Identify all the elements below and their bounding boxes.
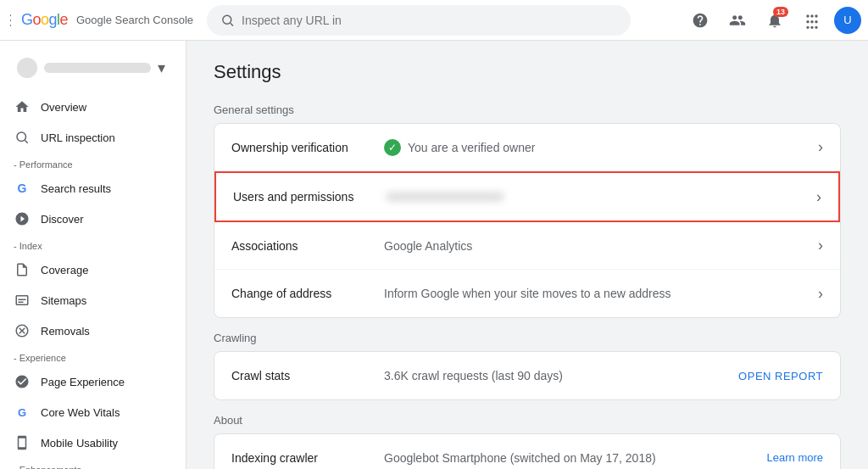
verified-icon: ✓ bbox=[384, 139, 401, 156]
google-logo: Google bbox=[21, 11, 68, 29]
users-permissions-value bbox=[386, 192, 810, 202]
blurred-value bbox=[386, 192, 504, 202]
app-title: Google Search Console bbox=[76, 14, 193, 26]
sidebar-label-sitemaps: Sitemaps bbox=[41, 294, 86, 307]
sidebar: ▾ Overview URL inspection - Performance … bbox=[0, 41, 186, 469]
top-navigation: Google Google Search Console 13 U bbox=[0, 0, 868, 41]
change-of-address-title: Change of address bbox=[231, 287, 384, 300]
mobile-icon bbox=[14, 434, 31, 451]
main-content: Settings General settings Ownership veri… bbox=[186, 41, 868, 469]
sidebar-item-discover[interactable]: Discover bbox=[0, 204, 179, 234]
removals-icon bbox=[14, 322, 31, 339]
sidebar-item-core-web-vitals[interactable]: G Core Web Vitals bbox=[0, 397, 179, 427]
sidebar-label-removals: Removals bbox=[41, 325, 90, 338]
main-layout: ▾ Overview URL inspection - Performance … bbox=[0, 0, 868, 469]
indexing-crawler-value: Googlebot Smartphone (switched on May 17… bbox=[384, 451, 767, 465]
sidebar-item-search-results[interactable]: G Search results bbox=[0, 173, 179, 204]
page-experience-icon bbox=[14, 373, 31, 390]
learn-more-link[interactable]: Learn more bbox=[767, 451, 823, 464]
home-icon bbox=[14, 98, 31, 115]
sidebar-label-url-inspection: URL inspection bbox=[41, 131, 115, 144]
google-g-icon: G bbox=[14, 180, 31, 197]
notification-badge: 13 bbox=[773, 7, 788, 17]
sidebar-section-experience: - Experience bbox=[0, 346, 186, 366]
change-of-address-row[interactable]: Change of address Inform Google when you… bbox=[214, 270, 840, 317]
about-label: About bbox=[214, 414, 841, 427]
grid-apps-button[interactable] bbox=[797, 5, 827, 36]
users-permissions-row[interactable]: Users and permissions › bbox=[216, 173, 838, 221]
chevron-right-icon: › bbox=[818, 138, 823, 156]
sidebar-item-coverage[interactable]: Coverage bbox=[0, 254, 179, 285]
search-icon bbox=[220, 13, 235, 28]
search-input[interactable] bbox=[242, 14, 617, 27]
indexing-crawler-row[interactable]: Indexing crawler Googlebot Smartphone (s… bbox=[214, 434, 840, 469]
indexing-crawler-title: Indexing crawler bbox=[231, 451, 384, 465]
sidebar-label-core-web-vitals: Core Web Vitals bbox=[41, 406, 120, 419]
property-selector[interactable]: ▾ bbox=[7, 51, 179, 85]
sidebar-section-index: - Index bbox=[0, 234, 186, 254]
help-button[interactable] bbox=[685, 5, 715, 36]
crawl-stats-value: 3.6K crawl requests (last 90 days) bbox=[384, 369, 738, 382]
ownership-verification-title: Ownership verification bbox=[231, 141, 384, 154]
chevron-down-icon: ▾ bbox=[158, 59, 165, 77]
svg-line-3 bbox=[25, 140, 27, 142]
sitemaps-icon bbox=[14, 292, 31, 309]
core-web-vitals-icon: G bbox=[14, 404, 31, 421]
page-title: Settings bbox=[214, 61, 841, 83]
about-card: Indexing crawler Googlebot Smartphone (s… bbox=[214, 433, 841, 469]
discover-icon bbox=[14, 210, 31, 227]
sidebar-item-mobile-usability[interactable]: Mobile Usability bbox=[0, 427, 179, 458]
associations-row[interactable]: Associations Google Analytics › bbox=[214, 222, 840, 270]
user-avatar[interactable]: U bbox=[834, 7, 861, 34]
sidebar-label-search-results: Search results bbox=[41, 182, 111, 195]
coverage-icon bbox=[14, 261, 31, 278]
topnav-left: Google Google Search Console bbox=[7, 10, 193, 31]
chevron-right-icon-2: › bbox=[816, 188, 821, 206]
svg-point-2 bbox=[17, 132, 26, 142]
sidebar-label-mobile-usability: Mobile Usability bbox=[41, 437, 118, 449]
sidebar-item-url-inspection[interactable]: URL inspection bbox=[0, 122, 179, 153]
svg-line-1 bbox=[231, 23, 233, 25]
property-name bbox=[44, 63, 151, 73]
hamburger-menu-button[interactable] bbox=[7, 10, 14, 31]
associations-value: Google Analytics bbox=[384, 239, 811, 253]
ownership-verification-row[interactable]: Ownership verification ✓ You are a verif… bbox=[214, 124, 840, 171]
people-icon-button[interactable] bbox=[722, 5, 753, 36]
sidebar-section-performance: - Performance bbox=[0, 153, 186, 173]
sidebar-item-overview[interactable]: Overview bbox=[0, 92, 179, 122]
crawling-label: Crawling bbox=[214, 332, 841, 344]
crawl-stats-title: Crawl stats bbox=[231, 369, 384, 382]
change-of-address-value: Inform Google when your site moves to a … bbox=[384, 287, 811, 300]
sidebar-label-page-experience: Page Experience bbox=[41, 376, 125, 388]
chevron-right-icon-4: › bbox=[818, 285, 823, 303]
sidebar-label-overview: Overview bbox=[41, 101, 86, 114]
crawl-stats-row[interactable]: Crawl stats 3.6K crawl requests (last 90… bbox=[214, 352, 840, 399]
sidebar-label-coverage: Coverage bbox=[41, 264, 88, 276]
crawling-card: Crawl stats 3.6K crawl requests (last 90… bbox=[214, 351, 841, 400]
users-permissions-highlighted: Users and permissions › bbox=[214, 171, 840, 222]
chevron-right-icon-3: › bbox=[818, 237, 823, 254]
open-report-button[interactable]: OPEN REPORT bbox=[738, 370, 823, 382]
notifications-button[interactable]: 13 bbox=[760, 5, 790, 36]
topnav-right: 13 U bbox=[685, 5, 861, 36]
users-permissions-title: Users and permissions bbox=[233, 190, 386, 204]
search-icon bbox=[14, 129, 31, 146]
property-icon bbox=[17, 58, 37, 78]
search-bar[interactable] bbox=[207, 5, 631, 36]
sidebar-section-enhancements: - Enhancements bbox=[0, 458, 186, 469]
svg-point-0 bbox=[223, 15, 231, 24]
sidebar-item-removals[interactable]: Removals bbox=[0, 315, 179, 346]
sidebar-nav: Overview URL inspection - Performance G … bbox=[0, 92, 186, 469]
sidebar-label-discover: Discover bbox=[41, 213, 84, 226]
sidebar-item-sitemaps[interactable]: Sitemaps bbox=[0, 285, 179, 315]
general-settings-label: General settings bbox=[214, 103, 841, 116]
sidebar-item-page-experience[interactable]: Page Experience bbox=[0, 366, 179, 397]
associations-title: Associations bbox=[231, 239, 384, 253]
ownership-verification-value: ✓ You are a verified owner bbox=[384, 139, 811, 156]
general-settings-card: Ownership verification ✓ You are a verif… bbox=[214, 123, 841, 318]
